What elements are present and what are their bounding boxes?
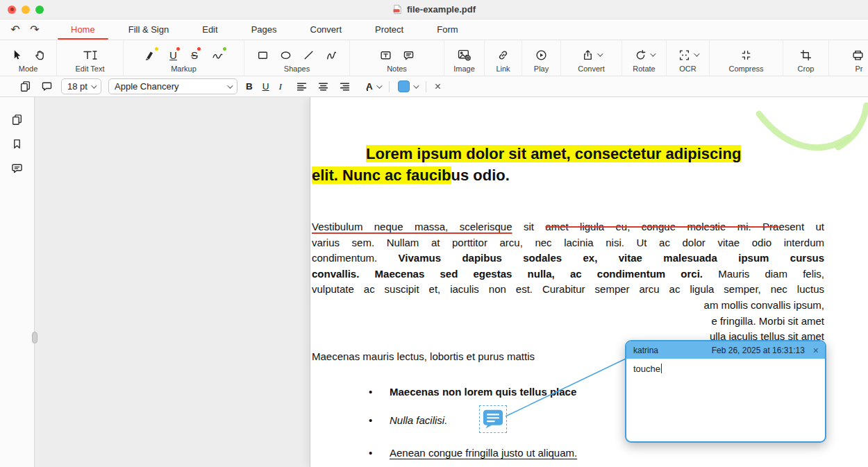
document-canvas[interactable]: Lorem ipsum dolor sit amet, consectetur … [35, 97, 868, 467]
paragraph-line: vulputate ac suscipit et, iaculis non es… [312, 282, 824, 298]
fill-color-button[interactable] [397, 80, 419, 92]
note-annotation[interactable] [479, 405, 507, 433]
ribbon-group-play: Play [522, 40, 561, 76]
pen-tool-button[interactable] [212, 49, 224, 61]
rectangle-icon [257, 49, 269, 61]
close-format-bar-button[interactable]: × [433, 80, 442, 93]
tab-fill-sign[interactable]: Fill & Sign [112, 19, 186, 40]
sidebar-thumbnails-button[interactable] [11, 114, 23, 128]
add-link-button[interactable] [497, 49, 509, 61]
ribbon-group-rotate: Rotate [622, 40, 667, 76]
body-text: esent ut [778, 221, 824, 232]
align-right-icon [339, 80, 351, 92]
tool-color-dot [155, 47, 158, 51]
list-item-text: Aenean congue fringilla justo ut aliquam… [390, 445, 577, 461]
convert-button[interactable] [582, 49, 601, 61]
minimize-window-button[interactable] [22, 6, 30, 14]
copy-style-button[interactable] [18, 80, 33, 92]
highlight-tool-button[interactable] [144, 49, 156, 61]
bullet-marker: • [369, 384, 390, 400]
ribbon-group-notes: Notes [350, 40, 444, 76]
rotate-button[interactable] [635, 49, 654, 61]
edit-text-tool-button[interactable] [83, 49, 98, 61]
underline-button[interactable]: U [261, 81, 271, 92]
paragraph-line-fragment: e fringilla. Morbi sit amet [312, 314, 824, 330]
line-shape-button[interactable] [303, 49, 315, 61]
tab-home[interactable]: Home [54, 19, 112, 40]
list-item-text: Nulla facilisi. [390, 413, 447, 429]
rectangle-shape-button[interactable] [257, 49, 269, 61]
text-note-tool-button[interactable] [380, 49, 392, 61]
ellipse-shape-button[interactable] [280, 49, 292, 61]
chevron-down-icon [413, 83, 419, 88]
font-size-dropdown[interactable]: 18 pt [61, 78, 101, 94]
crop-button[interactable] [800, 49, 812, 61]
tab-pages[interactable]: Pages [235, 19, 294, 40]
text-color-button[interactable]: A [365, 81, 382, 92]
squiggle-pen-icon [212, 49, 224, 61]
bold-button[interactable]: B [244, 81, 254, 92]
strikethrough-icon: S [191, 49, 198, 61]
print-button[interactable] [852, 49, 864, 61]
undo-button[interactable]: ↶ [6, 19, 25, 40]
tool-color-dot [176, 47, 180, 51]
redo-button[interactable]: ↷ [25, 19, 44, 40]
pages-icon [11, 114, 23, 126]
freehand-shape-button[interactable] [326, 49, 337, 61]
ribbon-group-crop: Crop [783, 40, 829, 76]
underline-tool-button[interactable]: U [169, 49, 177, 61]
paragraph-line: convallis. Maecenas sed egestas nulla, a… [312, 266, 824, 282]
window-title: file-example.pdf [407, 4, 476, 15]
chevron-down-icon [376, 83, 382, 88]
align-right-button[interactable] [337, 80, 352, 92]
align-center-button[interactable] [316, 80, 331, 92]
chat-bubble-icon [11, 162, 23, 174]
comment-note-tool-button[interactable] [403, 49, 415, 61]
comment-body[interactable]: touche [626, 359, 825, 379]
heading-line-1: Lorem ipsum dolor sit amet, consectetur … [312, 143, 824, 164]
italic-button[interactable]: I [278, 81, 284, 92]
add-comment-button[interactable] [40, 80, 54, 92]
work-area: Lorem ipsum dolor sit amet, consectetur … [0, 97, 868, 467]
ribbon-group-label: Image [453, 65, 475, 73]
strikethrough-tool-button[interactable]: S [191, 49, 198, 61]
list-item-text: Maecenas non lorem quis tellus place [390, 384, 576, 400]
pdf-page[interactable]: Lorem ipsum dolor sit amet, consectetur … [310, 97, 868, 467]
ribbon-group-label: Compress [728, 65, 763, 73]
tab-form[interactable]: Form [420, 19, 474, 40]
align-left-icon [296, 80, 308, 92]
window-title-wrap: file-example.pdf [0, 4, 868, 15]
ribbon-group-label: Edit Text [76, 65, 105, 73]
body-text: sit [512, 221, 546, 232]
tab-protect[interactable]: Protect [358, 19, 420, 40]
pointer-tool-button[interactable] [11, 49, 23, 61]
paragraph-line: Vestibulum neque massa, scelerisque sit … [312, 219, 824, 235]
note-annotation-icon [483, 409, 503, 430]
color-swatch-icon [398, 80, 410, 92]
zoom-window-button[interactable] [35, 6, 44, 14]
ribbon-group-mode: Mode [0, 40, 57, 76]
tab-convert[interactable]: Convert [294, 19, 359, 40]
bullet-marker: • [369, 413, 390, 429]
close-window-button[interactable] [8, 6, 16, 14]
comment-text: touche [633, 364, 660, 374]
tab-edit[interactable]: Edit [185, 19, 234, 40]
ribbon-tabs: Home Fill & Sign Edit Pages Convert Prot… [54, 19, 475, 40]
sidebar-annotations-button[interactable] [11, 162, 23, 176]
hand-tool-button[interactable] [34, 49, 46, 61]
comment-popup[interactable]: katrina Feb 26, 2025 at 16:31:13 × touch… [625, 340, 826, 443]
panel-resize-handle[interactable] [32, 332, 37, 343]
align-left-button[interactable] [294, 80, 309, 92]
compress-button[interactable] [740, 49, 752, 61]
font-family-dropdown[interactable]: Apple Chancery [108, 78, 237, 94]
ribbon-group-label: Mode [19, 65, 38, 73]
body-text: Mauris diam felis, [703, 268, 824, 280]
list-item: • Aenean congue fringilla justo ut aliqu… [312, 445, 824, 461]
sidebar-bookmarks-button[interactable] [11, 138, 23, 152]
comment-popup-header: katrina Feb 26, 2025 at 16:31:13 × [626, 341, 825, 359]
insert-image-button[interactable] [458, 49, 471, 61]
ocr-button[interactable] [678, 49, 698, 61]
ribbon-group-compress: Compress [710, 40, 783, 76]
comment-close-button[interactable]: × [813, 346, 819, 355]
play-presentation-button[interactable] [535, 49, 547, 61]
